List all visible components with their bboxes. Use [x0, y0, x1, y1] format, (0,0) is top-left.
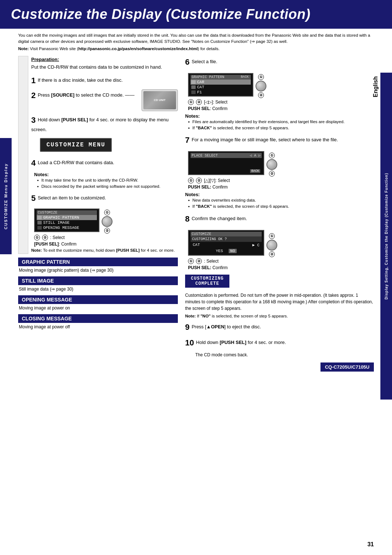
- intro-note: Note: Visit Panasonic Web site (http://p…: [18, 46, 374, 54]
- step-6-screen: GRAPHIC PATTERN BACK CAR CAT: [188, 73, 253, 97]
- circle-1-step5: ①: [104, 210, 110, 215]
- step-7-notes-title: Notes:: [185, 192, 374, 197]
- step-8-screen-subheader: CUSTOMIZING OK ?: [191, 236, 262, 242]
- step-6: 6 Select a file.: [185, 56, 374, 68]
- step-1-text: If there is a disc inside, take out the …: [38, 77, 123, 82]
- step-9-text: Press [▲OPEN] to eject the disc.: [192, 324, 261, 329]
- section-graphic-pattern-desc: Moving image (graphic pattern) data (⇒ p…: [18, 268, 178, 273]
- step-6-notes: Notes: Files are automatically identifie…: [185, 113, 374, 131]
- knob-area-6: ① ②: [256, 74, 266, 98]
- step-3-text: Hold down [PUSH SEL] for 4 sec. or more …: [31, 117, 168, 132]
- step-7-text: For a moving image file or still image f…: [192, 137, 338, 142]
- step-6-note-2: If "BACK" is selected, the screen of ste…: [188, 125, 374, 131]
- step-5-screen: CUSTOMIZE GRAPHIC PATTERN STILL IMAGE: [34, 208, 99, 232]
- section-still-image-header: STILL IMAGE: [18, 276, 178, 285]
- english-label: English: [372, 76, 379, 97]
- step-6-push-sel: PUSH SEL: Confirm: [188, 106, 374, 111]
- customizing-complete: CUSTOMIZING COMPLETE: [185, 275, 229, 288]
- step-4-note-2: Discs recorded by the packet writing sof…: [37, 183, 178, 190]
- step-8-screen-buttons: YES NO: [191, 248, 262, 254]
- step-5-note: Note: To exit the customize menu, hold d…: [31, 248, 178, 252]
- step-5: 5 Select an item to be customized.: [31, 192, 178, 204]
- page-title: Customize the Display (Customize Functio…: [11, 7, 381, 22]
- step-7-screen-back: BACK: [191, 169, 262, 173]
- step-6-text: Select a file.: [192, 58, 217, 64]
- customizing-line2: COMPLETE: [191, 281, 224, 286]
- source-device-image: CD UNIT: [142, 89, 178, 111]
- step-7-screen-header: PLACE SELECT ◁ A ▷: [191, 153, 262, 158]
- step-7-num: 7: [185, 135, 189, 145]
- knob-area-5: ① ②: [102, 210, 113, 234]
- step-10-num: 10: [185, 338, 194, 347]
- customize-menu-text: CUSTOMIZE MENU: [46, 142, 105, 148]
- step-4: 4 Load a CD-R/RW that contains data.: [31, 157, 178, 169]
- page-title-banner: Customize the Display (Customize Functio…: [0, 0, 392, 29]
- step-5-screen-row-1: GRAPHIC PATTERN: [37, 215, 97, 220]
- step-7-notes-list: New data overwrites existing data. If "B…: [185, 197, 374, 210]
- step-5-num: 5: [31, 194, 36, 203]
- step-8-controls: ① ② : Select: [188, 258, 374, 264]
- step-8-screen-header: CUSTOMIZE: [191, 232, 262, 236]
- section-opening-message-desc: Moving image at power on: [18, 305, 178, 311]
- step-6-screen-row-2: CAT: [191, 85, 251, 90]
- step-1-num: 1: [31, 76, 36, 85]
- step-4-notes-title: Notes:: [34, 172, 178, 177]
- section-opening-message-header: OPENING MESSAGE: [18, 295, 178, 304]
- section-closing-message-header: CLOSING MESSAGE: [18, 314, 178, 323]
- step-2-num: 2: [31, 91, 36, 100]
- step-7-controls: ① ② [△][▽]: Select: [188, 178, 374, 183]
- knob-area-8: ① ②: [266, 233, 277, 257]
- model-number: CQ-C7205U/C7105U: [320, 362, 374, 372]
- step-8-note: Note: If "NO" is selected, the screen of…: [185, 314, 374, 318]
- step-8-num: 8: [185, 214, 189, 223]
- step-8-desc: Customization is performed. Do not turn …: [185, 292, 374, 312]
- step-8: 8 Confirm the changed item.: [185, 213, 374, 225]
- knob-area-7: ① ②: [266, 153, 277, 177]
- intro-text: You can edit the moving images and still…: [18, 29, 374, 46]
- customize-menu-box: CUSTOMIZE MENU: [40, 136, 178, 154]
- step-5-screen-header: CUSTOMIZE: [37, 210, 97, 215]
- step-7-screen-area: PLACE SELECT ◁ A ▷ BACK ① ②: [188, 150, 374, 190]
- model-number-area: CQ-C7205U/C7105U: [185, 361, 374, 372]
- step-9: 9 Press [▲OPEN] to eject the disc.: [185, 321, 374, 333]
- section-closing-message-desc: Moving image at power off: [18, 324, 178, 329]
- step-7-push-sel: PUSH SEL: Confirm: [188, 185, 374, 190]
- preparation-block: Preparation: Put the CD-R/RW that contai…: [31, 56, 178, 71]
- step-10-desc: The CD mode comes back.: [195, 352, 374, 357]
- step-5-text: Select an item to be customized.: [38, 195, 106, 200]
- step-6-num: 6: [185, 57, 189, 66]
- step-5-screen-row-2: STILL IMAGE: [37, 220, 97, 225]
- step-6-screen-row-3: F1: [191, 90, 251, 95]
- push-sel-knob-5: [102, 216, 113, 227]
- push-sel-knob-7: [266, 159, 277, 170]
- step-7-note-1: New data overwrites existing data.: [188, 197, 374, 203]
- step-5-screen-row-3: OPENING MESSAGE: [37, 225, 97, 230]
- step-3: 3 Hold down [PUSH SEL] for 4 sec. or mor…: [31, 114, 178, 133]
- step-6-screen-header: GRAPHIC PATTERN BACK: [191, 75, 251, 80]
- step-3-num: 3: [31, 116, 36, 125]
- step-8-screen: CUSTOMIZE CUSTOMIZING OK ? CAT ▶ C YES N…: [188, 230, 264, 256]
- step-4-note-1: It may take time for the unit to identif…: [37, 177, 178, 183]
- step-7-notes: Notes: New data overwrites existing data…: [185, 192, 374, 210]
- step-8-screen-area: CUSTOMIZE CUSTOMIZING OK ? CAT ▶ C YES N…: [188, 228, 374, 270]
- preparation-label: Preparation:: [31, 56, 178, 63]
- step-5-controls: ① ② : Select: [34, 235, 178, 240]
- step-6-screen-row-1: CAR: [191, 80, 251, 85]
- step-4-notes-list: It may take time for the unit to identif…: [34, 177, 178, 190]
- step-7: 7 For a moving image file or still image…: [185, 134, 374, 146]
- step-10-text: Hold down [PUSH SEL] for 4 sec. or more.: [196, 339, 286, 345]
- step-4-notes: Notes: It may take time for the unit to …: [31, 172, 178, 190]
- vertical-decoration: [18, 56, 28, 254]
- customizing-line1: CUSTOMIZING: [191, 276, 224, 281]
- push-sel-knob-8: [266, 240, 277, 251]
- push-sel-knob-6: [256, 81, 266, 92]
- side-label-left: CUSTOMIZE Menu Display: [0, 138, 12, 254]
- section-still-image-desc: Still image data (⇒ page 30): [18, 287, 178, 292]
- step-5-screen-area: CUSTOMIZE GRAPHIC PATTERN STILL IMAGE: [34, 207, 178, 247]
- step-6-controls: ① ② [◁▷]: Select: [188, 99, 374, 105]
- circle-2-step5: ②: [104, 228, 110, 234]
- step-6-notes-title: Notes:: [185, 113, 374, 119]
- step-7-note-2: If "BACK" is selected, the screen of ste…: [188, 203, 374, 210]
- right-column: 6 Select a file. GRAPHIC PATTERN BACK CA…: [185, 56, 374, 372]
- step-6-note-1: Files are automatically identified by th…: [188, 119, 374, 125]
